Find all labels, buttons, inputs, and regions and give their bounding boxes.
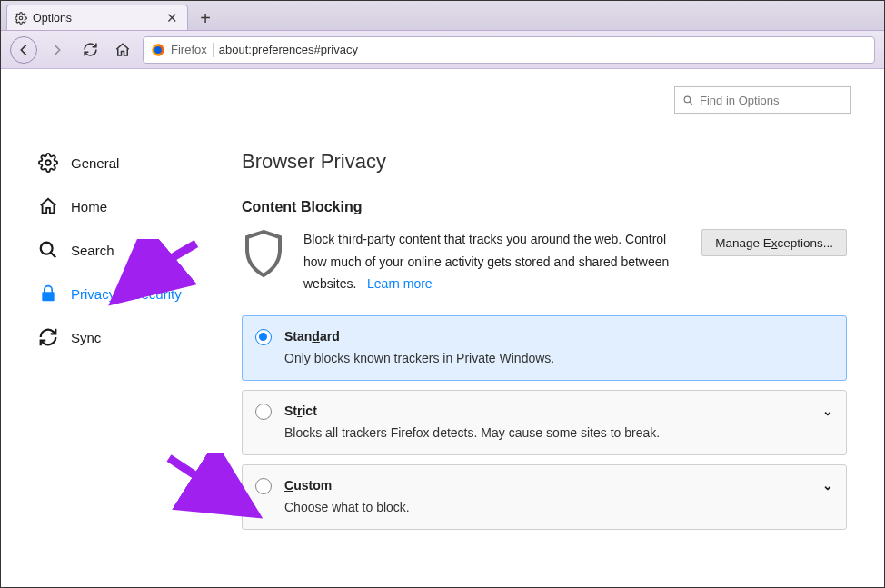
sidebar-item-general[interactable]: General [2, 141, 220, 184]
url-brand: Firefox [171, 43, 207, 56]
section-title: Browser Privacy [242, 150, 847, 174]
option-standard[interactable]: Standard Only blocks known trackers in P… [242, 315, 847, 381]
back-button[interactable] [10, 36, 37, 64]
svg-point-2 [154, 46, 162, 54]
option-custom[interactable]: ⌄ Custom Choose what to block. [242, 464, 847, 530]
chevron-down-icon[interactable]: ⌄ [822, 478, 833, 493]
learn-more-link[interactable]: Learn more [367, 276, 433, 291]
svg-point-4 [45, 160, 51, 165]
tab-title: Options [33, 12, 159, 25]
close-icon[interactable]: ✕ [164, 10, 180, 26]
radio-icon[interactable] [255, 404, 272, 420]
option-strict[interactable]: ⌄ Strict Blocks all trackers Firefox det… [242, 390, 847, 455]
svg-point-5 [41, 243, 53, 254]
sidebar-item-privacy[interactable]: Privacy & Security [2, 272, 220, 315]
url-text: about:preferences#privacy [219, 43, 358, 56]
sidebar: General Home Search Privacy & Security S… [2, 70, 220, 586]
option-title: Strict [284, 404, 830, 418]
description-text: Block third-party content that tracks yo… [303, 228, 676, 295]
sidebar-item-label: Sync [71, 330, 101, 345]
tab-options[interactable]: Options ✕ [6, 5, 188, 30]
option-desc: Choose what to block. [284, 500, 830, 514]
reload-button[interactable] [77, 37, 103, 63]
gear-icon [38, 153, 58, 173]
option-desc: Only blocks known trackers in Private Wi… [284, 351, 830, 365]
main-panel: Browser Privacy Content Blocking Block t… [220, 70, 883, 586]
sidebar-item-label: Privacy & Security [71, 286, 182, 302]
option-title: Standard [284, 329, 830, 344]
tab-strip: Options ✕ + [1, 1, 884, 31]
chevron-down-icon[interactable]: ⌄ [822, 404, 833, 418]
gear-icon [15, 12, 27, 25]
separator [213, 43, 214, 57]
radio-icon[interactable] [255, 329, 272, 345]
option-desc: Blocks all trackers Firefox detects. May… [284, 425, 830, 440]
home-button[interactable] [110, 37, 135, 63]
forward-button[interactable] [45, 37, 70, 63]
sidebar-item-label: Search [71, 243, 114, 258]
search-icon [38, 240, 58, 260]
sidebar-item-search[interactable]: Search [2, 228, 220, 272]
sync-icon [38, 327, 58, 347]
radio-icon[interactable] [255, 478, 272, 494]
option-title: Custom [284, 478, 830, 493]
description-body: Block third-party content that tracks yo… [303, 232, 669, 291]
shield-icon [242, 228, 285, 279]
firefox-icon [151, 43, 165, 57]
sidebar-item-label: General [71, 155, 119, 171]
sidebar-item-sync[interactable]: Sync [2, 315, 220, 359]
subsection-title: Content Blocking [242, 199, 847, 215]
sidebar-item-home[interactable]: Home [2, 184, 220, 228]
url-bar[interactable]: Firefox about:preferences#privacy [143, 36, 875, 64]
nav-toolbar: Firefox about:preferences#privacy [1, 31, 884, 69]
manage-exceptions-button[interactable]: Manage Exceptions... [701, 229, 847, 256]
content-area: Find in Options General Home Search Pri [2, 70, 883, 586]
svg-point-0 [19, 16, 23, 20]
new-tab-button[interactable]: + [194, 6, 217, 30]
lock-icon [38, 284, 58, 304]
sidebar-item-label: Home [71, 199, 107, 214]
home-icon [38, 196, 58, 216]
